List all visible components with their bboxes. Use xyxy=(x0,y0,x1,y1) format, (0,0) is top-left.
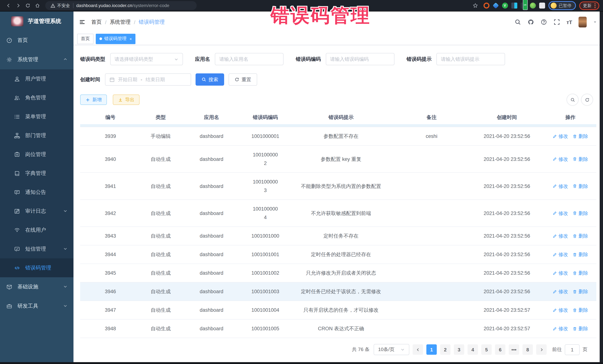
tab-error-code[interactable]: 错误码管理 × xyxy=(96,33,136,44)
edit-link[interactable]: 修改 xyxy=(553,269,568,277)
edit-link[interactable]: 修改 xyxy=(553,155,568,163)
table-row[interactable]: 3943自动生成dashboard1001001000定时任务不存在2021-0… xyxy=(80,226,596,245)
table-row[interactable]: 3939手动编辑dashboard1001000001参数配置不存在ceshi2… xyxy=(80,127,596,145)
delete-link[interactable]: 删除 xyxy=(573,155,588,163)
table-row[interactable]: 3947自动生成dashboard1001001004只有开启状态的任务，才可以… xyxy=(80,301,596,319)
forward-icon[interactable] xyxy=(15,2,22,9)
sidebar-item-错误码管理[interactable]: 错误码管理 xyxy=(0,258,73,277)
delete-link[interactable]: 删除 xyxy=(573,250,588,259)
edit-link[interactable]: 修改 xyxy=(553,306,568,314)
user-caret-down-icon[interactable] xyxy=(593,19,597,25)
sidebar-item-基础设施[interactable]: 基础设施 xyxy=(0,277,73,297)
page-button-4[interactable]: 4 xyxy=(468,344,478,355)
delete-link[interactable]: 删除 xyxy=(573,324,588,333)
extension-icon-1[interactable] xyxy=(483,3,489,9)
table-row[interactable]: 3944自动生成dashboard1001001001定时任务的处理器已经存在2… xyxy=(80,245,596,264)
delete-link[interactable]: 删除 xyxy=(573,269,588,277)
sidebar-item-短信管理[interactable]: 短信管理 xyxy=(0,240,73,258)
error-hint-input[interactable] xyxy=(436,53,505,65)
browser-update-button[interactable]: 更新 xyxy=(579,1,599,10)
error-code-input[interactable] xyxy=(326,53,394,65)
tab-close-icon[interactable]: × xyxy=(129,36,132,41)
github-icon[interactable] xyxy=(527,19,534,25)
browser-profile-chip[interactable]: 已暂停 xyxy=(548,1,576,10)
help-icon[interactable] xyxy=(541,19,547,25)
tab-home[interactable]: 首页 xyxy=(77,33,93,44)
extension-icon-4[interactable] xyxy=(511,3,517,9)
user-avatar[interactable] xyxy=(579,17,587,27)
delete-link[interactable]: 删除 xyxy=(573,132,588,141)
bookmark-star-icon[interactable] xyxy=(472,2,478,9)
window-scrollbar[interactable] xyxy=(600,11,603,362)
app-name-input[interactable] xyxy=(215,53,283,65)
edit-link[interactable]: 修改 xyxy=(553,250,568,259)
edit-link[interactable]: 修改 xyxy=(553,209,568,217)
page-button-1[interactable]: 1 xyxy=(426,344,437,355)
not-secure-warning[interactable]: 不安全 xyxy=(50,3,70,8)
extensions-puzzle-icon[interactable] xyxy=(539,3,545,9)
sidebar-item-字典管理[interactable]: 字典管理 xyxy=(0,164,73,183)
font-size-icon[interactable]: тT xyxy=(567,19,572,25)
page-button-5[interactable]: 5 xyxy=(481,344,492,355)
extension-icon-3[interactable]: V xyxy=(502,3,508,9)
sidebar-logo[interactable]: 芋道管理系统 xyxy=(0,11,73,31)
sidebar-item-角色管理[interactable]: 角色管理 xyxy=(0,88,73,107)
extension-icon-5[interactable]: on xyxy=(521,3,526,9)
extension-icon-6[interactable] xyxy=(530,3,536,9)
goto-page-input[interactable] xyxy=(565,344,580,355)
page-button-3[interactable]: 3 xyxy=(454,344,464,355)
edit-link[interactable]: 修改 xyxy=(553,232,568,240)
prev-page-button[interactable] xyxy=(413,344,423,355)
sidebar-item-系统管理[interactable]: 系统管理 xyxy=(0,50,73,69)
reload-icon[interactable] xyxy=(24,2,31,9)
sidebar-item-部门管理[interactable]: 部门管理 xyxy=(0,126,73,145)
delete-link[interactable]: 删除 xyxy=(573,232,588,240)
sidebar-item-在线用户[interactable]: 在线用户 xyxy=(0,221,73,240)
sidebar-item-菜单管理[interactable]: 菜单管理 xyxy=(0,107,73,126)
edit-link[interactable]: 修改 xyxy=(553,324,568,333)
table-row[interactable]: 3945自动生成dashboard1001001002只允许修改为开启或者关闭状… xyxy=(80,264,596,282)
delete-link[interactable]: 删除 xyxy=(573,209,588,217)
sidebar-item-岗位管理[interactable]: 岗位管理 xyxy=(0,145,73,164)
sidebar-item-用户管理[interactable]: 用户管理 xyxy=(0,69,73,88)
sidebar-item-审计日志[interactable]: 审计日志 xyxy=(0,202,73,221)
refresh-table-button[interactable] xyxy=(581,94,593,106)
edit-link[interactable]: 修改 xyxy=(553,287,568,296)
sidebar-item-首页[interactable]: 首页 xyxy=(0,31,73,50)
page-button-8[interactable]: 8 xyxy=(522,344,533,355)
table-row[interactable]: 3946自动生成dashboard1001001003定时任务已经处于该状态，无… xyxy=(80,282,596,301)
sidebar-toggle-icon[interactable] xyxy=(76,16,88,28)
delete-link[interactable]: 删除 xyxy=(573,182,588,190)
url-text[interactable]: dashboard.yudao.iocoder.cn/system/error-… xyxy=(76,3,169,8)
extension-icon-2[interactable] xyxy=(492,2,499,9)
page-button-6[interactable]: 6 xyxy=(495,344,505,355)
delete-link[interactable]: 删除 xyxy=(573,306,588,314)
breadcrumb-home[interactable]: 首页 xyxy=(91,19,102,25)
fullscreen-icon[interactable] xyxy=(554,19,560,25)
table-row[interactable]: 3942自动生成dashboard100100000 4不允许获取敏感配置到前端… xyxy=(80,199,596,226)
next-page-button[interactable] xyxy=(536,344,547,355)
table-row[interactable]: 3948自动生成dashboard1001001005CRON 表达式不正确20… xyxy=(80,319,596,338)
page-ellipsis[interactable]: ••• xyxy=(509,344,519,355)
browser-menu-dots-icon[interactable] xyxy=(594,3,596,8)
add-button[interactable]: 新增 xyxy=(80,95,107,105)
search-icon[interactable] xyxy=(514,19,521,25)
home-icon[interactable] xyxy=(34,2,41,9)
search-button[interactable]: 搜索 xyxy=(196,73,224,86)
breadcrumb-system[interactable]: 系统管理 xyxy=(110,19,131,25)
sidebar-item-通知公告[interactable]: 通知公告 xyxy=(0,183,73,202)
export-button[interactable]: 导出 xyxy=(113,95,139,105)
edit-link[interactable]: 修改 xyxy=(553,182,568,190)
table-row[interactable]: 3941自动生成dashboard100100000 3不能删除类型为系统内置的… xyxy=(80,172,596,199)
create-time-range-picker[interactable]: 开始日期 - 结束日期 xyxy=(105,73,191,86)
edit-link[interactable]: 修改 xyxy=(553,132,568,141)
delete-link[interactable]: 删除 xyxy=(573,287,588,296)
toggle-search-button[interactable] xyxy=(567,94,579,106)
reset-button[interactable]: 重置 xyxy=(229,73,257,86)
address-bar[interactable]: 不安全 dashboard.yudao.iocoder.cn/system/er… xyxy=(45,1,197,10)
back-icon[interactable] xyxy=(5,2,12,9)
table-row[interactable]: 3940自动生成dashboard100100000 2参数配置 key 重复2… xyxy=(80,145,596,172)
sidebar-item-研发工具[interactable]: 研发工具 xyxy=(0,297,73,316)
page-button-2[interactable]: 2 xyxy=(440,344,451,355)
page-size-select[interactable]: 10条/页 xyxy=(374,344,409,355)
